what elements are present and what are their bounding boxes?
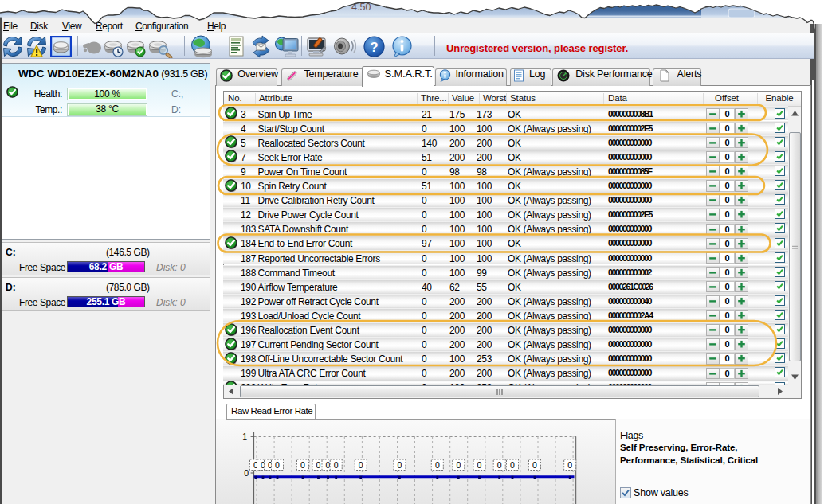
svg-text:0: 0 [397, 460, 402, 470]
svg-text:0: 0 [334, 460, 339, 470]
svg-text:1: 1 [242, 432, 247, 441]
svg-text:0: 0 [510, 460, 515, 470]
svg-text:0: 0 [477, 460, 482, 470]
svg-text:0: 0 [275, 460, 280, 470]
svg-text:0: 0 [567, 460, 572, 470]
svg-text:0: 0 [316, 460, 321, 470]
svg-text:0: 0 [497, 460, 502, 470]
svg-text:0: 0 [244, 468, 249, 478]
svg-text:0: 0 [326, 460, 331, 470]
svg-text:0: 0 [435, 460, 440, 470]
svg-text:0: 0 [359, 460, 363, 470]
svg-text:0: 0 [456, 460, 461, 470]
svg-text:0: 0 [532, 460, 537, 470]
svg-text:0: 0 [300, 460, 305, 470]
